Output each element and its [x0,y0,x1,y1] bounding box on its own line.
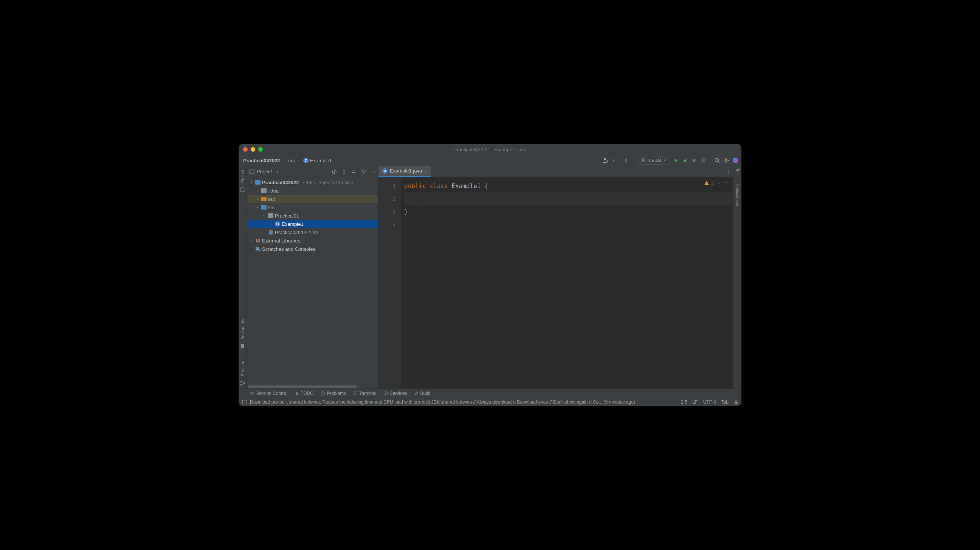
separator [633,157,633,164]
notifications-icon[interactable] [735,167,741,174]
cursor-position[interactable]: 2:5 [681,399,687,405]
tree-label: src [268,205,275,210]
chevron-right-icon[interactable]: ▸ [255,197,260,201]
view-mode-icon[interactable] [249,169,255,174]
tree-root-path: ~/IdeaProjects/Practical [303,180,355,185]
svg-rect-18 [258,239,259,242]
code-area[interactable]: public class Example1 { } [401,177,733,389]
tree-scratches[interactable]: Scratches and Consoles [247,245,378,253]
search-icon[interactable] [714,157,720,163]
tree-out-folder[interactable]: ▸ out [247,195,378,203]
terminal-tab[interactable]: Terminal [353,391,376,396]
close-tab-icon[interactable]: × [424,168,427,174]
next-highlight-icon[interactable]: ﹀ [724,180,729,187]
back-arrow-icon[interactable] [623,157,629,163]
right-tool-gutter: Notifications [733,166,741,389]
chevron-down-icon[interactable]: ▼ [275,170,279,174]
settings-icon[interactable] [723,157,729,163]
project-tool-tab[interactable]: Project [240,167,245,185]
tree-label: Practical01 [275,213,299,218]
indent-setting[interactable]: Tab [721,399,729,405]
svg-rect-31 [735,402,738,404]
lock-icon[interactable] [734,400,738,404]
chevron-down-icon[interactable]: ▾ [249,180,254,184]
warning-count[interactable]: 1 [704,180,713,186]
svg-point-21 [258,249,261,251]
editor-body[interactable]: 1 2 3 4 public class Example1 { } 1 [379,177,733,389]
chevron-right-icon[interactable]: ▸ [262,214,267,217]
project-view-label[interactable]: Project [257,169,272,174]
run-button[interactable] [673,157,679,163]
chevron-down-icon[interactable]: ▾ [255,206,260,209]
toolbox-icon[interactable] [732,157,738,163]
tree-root[interactable]: ▾ Practical042022 ~/IdeaProjects/Practic… [247,178,378,187]
status-message[interactable]: Download pre-built shared indexes: Reduc… [250,399,635,405]
chevron-right-icon[interactable]: ▸ [249,239,254,242]
editor-area: C Example1.java × ⋮ 1 2 3 4 public class… [379,166,733,389]
scrollbar-thumb[interactable] [248,386,357,388]
editor-tab-example1[interactable]: C Example1.java × [379,166,431,177]
traffic-lights [239,147,263,152]
tree-src-folder[interactable]: ▾ src [247,203,378,212]
coverage-button[interactable] [691,157,697,163]
file-encoding[interactable]: UTF-8 [703,399,716,405]
breadcrumb-project[interactable]: Practical042022 [242,158,282,163]
svg-rect-17 [256,239,257,242]
chevron-right-icon: 〉 [282,158,286,163]
tree-package[interactable]: ▸ Practical01 [247,212,378,220]
tree-label: out [268,196,275,202]
dropdown-arrow-icon[interactable]: ▼ [612,158,615,162]
svg-rect-19 [259,239,260,242]
services-tab[interactable]: Services [383,391,407,396]
close-window-button[interactable] [243,147,248,152]
svg-point-0 [604,158,606,160]
build-tab[interactable]: Build [414,391,431,396]
svg-point-14 [363,171,364,172]
line-number: 2 [379,193,396,206]
panel-settings-icon[interactable] [361,169,367,175]
select-opened-file-icon[interactable] [331,169,337,175]
svg-rect-11 [250,170,254,174]
warning-icon [704,180,709,186]
maximize-window-button[interactable] [258,147,263,152]
svg-rect-8 [240,381,242,383]
minimize-panel-icon[interactable]: — [371,169,376,175]
add-user-icon[interactable] [603,157,609,163]
branch-icon [250,391,255,396]
more-tabs-icon[interactable]: ⋮ [726,168,731,174]
problems-icon [321,391,325,396]
tree-class-file[interactable]: C Example1 [247,220,378,228]
line-separator[interactable]: LF [693,399,698,405]
tree-idea-folder[interactable]: ▸ .idea [247,187,378,195]
minimize-window-button[interactable] [251,147,255,152]
tree-iml-file[interactable]: Practical042022.iml [247,228,378,236]
collapse-all-icon[interactable] [351,169,357,175]
stop-button[interactable] [700,157,706,163]
left-tool-gutter: Project Bookmarks Structure [239,166,247,389]
toolbar-right: ▼ Task8 ▼ [603,156,738,164]
notifications-tool-tab[interactable]: Notifications [735,181,740,209]
tree-label: Practical042022.iml [275,230,318,235]
window-title: Practical042022 – Example1.java [239,147,741,153]
tree-root-label: Practical042022 [262,180,299,185]
tree-hscrollbar[interactable] [247,385,378,389]
app-icon [641,158,646,163]
chevron-right-icon[interactable]: ▸ [255,189,260,193]
version-control-tab[interactable]: Version Control [250,391,287,396]
breadcrumb-class[interactable]: C Example1 [302,158,334,163]
structure-tool-tab[interactable]: Structure [240,357,245,379]
breadcrumb-src[interactable]: src [287,158,296,163]
prev-highlight-icon[interactable]: ︿ [716,180,721,187]
toolwindow-toggle-icon[interactable] [242,399,247,405]
problems-tab[interactable]: Problems [321,391,346,396]
list-icon [294,391,299,396]
project-tree[interactable]: ▾ Practical042022 ~/IdeaProjects/Practic… [247,177,378,385]
run-config-selector[interactable]: Task8 ▼ [637,156,670,164]
tree-label: Scratches and Consoles [262,246,315,252]
bookmarks-tool-tab[interactable]: Bookmarks [240,317,245,342]
tree-external-libs[interactable]: ▸ External Libraries [247,236,378,245]
expand-all-icon[interactable] [341,169,347,175]
debug-button[interactable] [682,157,688,163]
separator [619,157,619,164]
todo-tab[interactable]: TODO [294,391,313,396]
